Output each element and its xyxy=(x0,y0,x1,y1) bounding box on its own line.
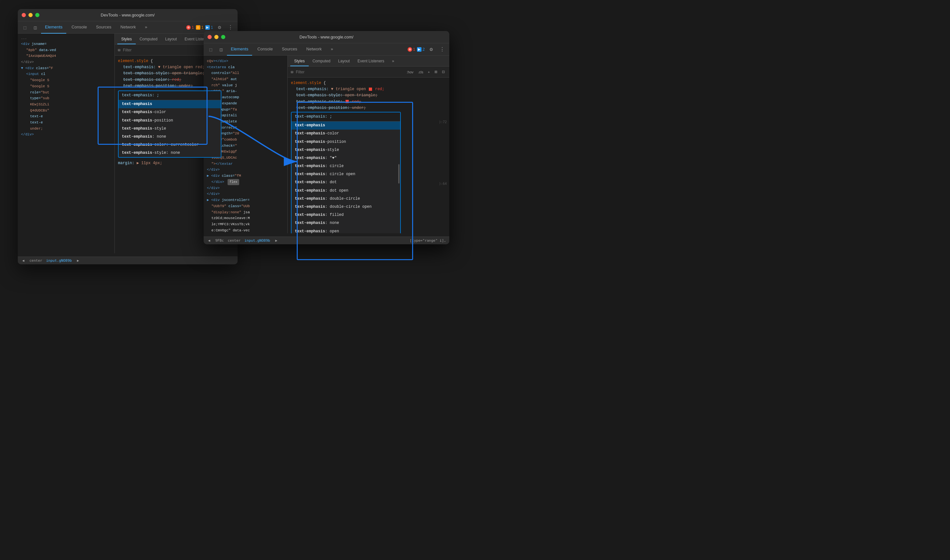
nav-left-back[interactable]: ◀ xyxy=(21,258,26,263)
tab-sources-back[interactable]: Sources xyxy=(92,22,115,34)
minimize-button-back[interactable] xyxy=(28,13,32,17)
html-line-front: "Alh6id" aut xyxy=(207,76,284,82)
minimize-button-front[interactable] xyxy=(214,35,219,39)
html-line: "Google S xyxy=(21,77,111,83)
cursor-icon[interactable]: ⬚ xyxy=(20,23,29,32)
plus-badge-front[interactable]: + xyxy=(426,70,431,74)
back-tab-styles[interactable]: Styles xyxy=(117,35,136,44)
front-toolbar-badges: ⊗ 1 ▶ 2 ⚙ ⋮ xyxy=(408,45,447,54)
back-tab-computed[interactable]: Computed xyxy=(136,35,161,44)
more-icon-front[interactable]: ⋮ xyxy=(438,45,447,54)
tab-more-back[interactable]: » xyxy=(141,22,151,34)
front-autocomplete-item-8[interactable]: text-emphasis: dot open xyxy=(291,187,400,195)
back-autocomplete-item-1[interactable]: text-emphasis-color xyxy=(119,108,221,116)
front-autocomplete-item-6[interactable]: text-emphasis: circle open xyxy=(291,170,400,178)
front-filter-input[interactable] xyxy=(296,70,403,74)
close-button-back[interactable] xyxy=(22,13,26,17)
front-styles-tabs: Styles Computed Layout Event Listeners » xyxy=(288,55,449,66)
front-autocomplete-item-9[interactable]: text-emphasis: double-circle xyxy=(291,195,400,203)
cursor-icon-front[interactable]: ⬚ xyxy=(206,45,215,54)
maximize-button-back[interactable] xyxy=(35,13,39,17)
html-line: under; xyxy=(21,126,111,132)
html-line-front: "display:none" jsa xyxy=(207,209,284,215)
maximize-button-front[interactable] xyxy=(221,35,225,39)
computed-badge-front[interactable]: ⊞ xyxy=(433,69,439,74)
back-autocomplete-item-2[interactable]: text-emphasis-position xyxy=(119,117,221,125)
front-autocomplete-item-13[interactable]: text-emphasis: open xyxy=(291,228,400,233)
front-autocomplete-item-0[interactable]: text-emphasis xyxy=(291,122,400,129)
back-filter-input[interactable] xyxy=(123,48,206,52)
front-autocomplete-item-2[interactable]: text-emphasis-position xyxy=(291,138,400,146)
front-autocomplete-item-12[interactable]: text-emphasis: none xyxy=(291,219,400,227)
tab-console-back[interactable]: Console xyxy=(68,22,91,34)
close-button-front[interactable] xyxy=(208,35,212,39)
tab-elements-front[interactable]: Elements xyxy=(227,43,252,55)
front-devtools-window: DevTools - www.google.com/ ⬚ ◫ Elements … xyxy=(204,31,449,244)
nav-right-front[interactable]: ▶ xyxy=(274,238,279,243)
tab-elements-back[interactable]: Elements xyxy=(41,22,66,34)
html-line-front: tzDCd;mouseleave:M xyxy=(207,215,284,222)
nav-right-back[interactable]: ▶ xyxy=(75,258,80,263)
front-autocomplete-item-4[interactable]: text-emphasis: "♥" xyxy=(291,154,400,162)
back-autocomplete-item-0[interactable]: text-emphasis xyxy=(119,100,221,108)
error-badge-front: ⊗ 1 xyxy=(408,47,415,52)
front-autocomplete-item-11[interactable]: text-emphasis: filled xyxy=(291,211,400,219)
front-tab-styles[interactable]: Styles xyxy=(290,57,309,66)
info-badge-front: ▶ 2 xyxy=(417,47,425,52)
html-line-front: "></textar xyxy=(207,161,284,167)
tab-console-front[interactable]: Console xyxy=(253,43,277,55)
inspect-icon[interactable]: ◫ xyxy=(31,23,40,32)
html-line-front: le;YMFC3:VKssTb;vk xyxy=(207,222,284,228)
tab-more-front[interactable]: » xyxy=(327,43,337,55)
front-tab-event-listeners[interactable]: Event Listeners xyxy=(354,57,388,66)
front-autocomplete-item-5[interactable]: text-emphasis: circle xyxy=(291,162,400,170)
html-line: <input cl xyxy=(21,71,111,77)
back-autocomplete-item-4[interactable]: text-emphasis: none xyxy=(119,133,221,141)
cls-badge-front[interactable]: .cls xyxy=(417,70,425,74)
html-line-front: </div> flex xyxy=(207,179,284,185)
html-line: "IAxUqWUEAHQU4 xyxy=(21,53,111,59)
tab-sources-front[interactable]: Sources xyxy=(278,43,301,55)
traffic-lights-front xyxy=(208,35,225,39)
front-filter-bar: ⊟ :hov .cls + ⊞ ⊡ xyxy=(288,66,449,78)
front-autocomplete-item-7[interactable]: text-emphasis: dot xyxy=(291,178,400,186)
front-tab-computed[interactable]: Computed xyxy=(309,57,334,66)
back-autocomplete-item-5[interactable]: text-emphasis-color: currentcolor xyxy=(119,141,221,149)
back-autocomplete-item-6[interactable]: text-emphasis-style: none xyxy=(119,149,221,157)
front-status-bar: ◀ 9FBc center input.gNO89b ▶ [type="rang… xyxy=(204,237,449,244)
front-tab-layout[interactable]: Layout xyxy=(334,57,354,66)
nav-left-front[interactable]: ◀ xyxy=(207,238,211,243)
back-autocomplete-header: text-emphasis: ; xyxy=(119,91,221,100)
back-window-titlebar: DevTools - www.google.com/ xyxy=(18,9,237,22)
tab-network-front[interactable]: Network xyxy=(303,43,326,55)
inspect-icon-front[interactable]: ◫ xyxy=(217,45,226,54)
gear-icon-front[interactable]: ⚙ xyxy=(426,45,436,54)
css-prop-3-front: text-emphasis-color: red; xyxy=(291,99,446,105)
html-line: type="sub xyxy=(21,95,111,102)
front-autocomplete-item-1[interactable]: text-emphasis-color xyxy=(291,129,400,138)
filter-icon-back: ⊟ xyxy=(118,48,120,52)
back-autocomplete-item-3[interactable]: text-emphasis-style xyxy=(119,125,221,133)
front-window-titlebar: DevTools - www.google.com/ xyxy=(204,31,449,43)
gear-icon-back[interactable]: ⚙ xyxy=(215,23,224,32)
html-line-front: rch" value j xyxy=(207,82,284,89)
html-line: Q4dUDCBs" xyxy=(21,108,111,114)
line-numbers-front: ):72 ):64 xyxy=(439,120,447,186)
tab-network-back[interactable]: Network xyxy=(117,22,140,34)
more-icon-back[interactable]: ⋮ xyxy=(226,23,235,32)
html-line: </div> xyxy=(21,59,111,65)
html-line: text-e xyxy=(21,114,111,120)
back-toolbar-badges: ⊗ 1 ⚠ 1 ▶ 1 ⚙ ⋮ xyxy=(186,23,235,32)
event-badge-front[interactable]: ⊡ xyxy=(440,69,446,74)
back-tab-layout[interactable]: Layout xyxy=(161,35,181,44)
css-prop-2-front: text-emphasis-style: open triangle; xyxy=(291,92,446,98)
front-tab-more[interactable]: » xyxy=(388,57,398,66)
hov-badge-front[interactable]: :hov xyxy=(405,70,415,74)
css-prop-1-front: text-emphasis: ▼ triangle open red; xyxy=(291,86,446,92)
html-line: <div jsname= xyxy=(21,41,111,47)
html-line-front: ▶ <div jscontroller= xyxy=(207,197,284,203)
front-autocomplete-item-3[interactable]: text-emphasis-style xyxy=(291,146,400,154)
html-line-front: </div> xyxy=(207,191,284,197)
html-line: role="but xyxy=(21,89,111,95)
front-autocomplete-item-10[interactable]: text-emphasis: double-circle open xyxy=(291,203,400,211)
